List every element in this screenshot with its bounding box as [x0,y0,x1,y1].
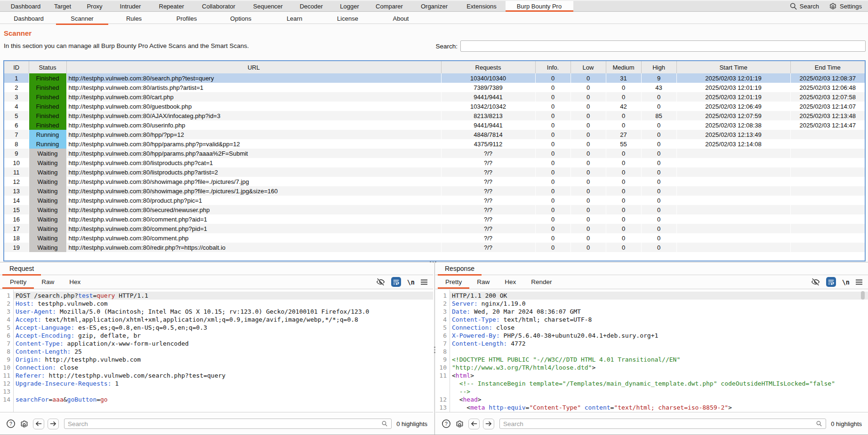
main-tab-sequencer[interactable]: Sequencer [245,1,292,11]
extension-tab-learn[interactable]: Learn [268,13,321,24]
column-header-id[interactable]: ID [4,61,29,73]
column-header-low[interactable]: Low [571,61,606,73]
extension-tab-rules[interactable]: Rules [108,13,160,24]
column-header-medium[interactable]: Medium [606,61,641,73]
column-header-start-time[interactable]: Start Time [676,61,790,73]
global-settings[interactable]: Settings [828,2,862,11]
cell-medium: 0 [606,196,641,205]
scan-row-2[interactable]: 2Finishedhttp://testphp.vulnweb.com:80/a… [4,83,865,92]
view-tab-pretty[interactable]: Pretty [2,275,34,289]
menu-icon[interactable] [421,279,427,285]
scan-row-4[interactable]: 4Finishedhttp://testphp.vulnweb.com:80/g… [4,102,865,111]
scan-row-12[interactable]: 12Waitinghttp://testphp.vulnweb.com:80/s… [4,177,865,186]
main-tab-target[interactable]: Target [47,1,79,11]
extension-tab-license[interactable]: License [321,13,374,24]
scan-row-9[interactable]: 9Waitinghttp://testphp.vulnweb.com:80/hp… [4,149,865,158]
extension-tab-profiles[interactable]: Profiles [160,13,214,24]
column-header-requests[interactable]: Requests [441,61,535,73]
newline-icon[interactable]: \n [842,278,850,286]
column-header-end-time[interactable]: End Time [790,61,865,73]
hide-icon[interactable] [376,277,385,286]
main-tab-proxy[interactable]: Proxy [79,1,111,11]
find-prev-button[interactable] [468,419,480,429]
extension-tab-about[interactable]: About [374,13,427,24]
find-search-input[interactable] [499,419,826,429]
table-search-input[interactable] [460,40,866,52]
code-line: --> [435,388,868,395]
find-search-input[interactable] [64,419,392,429]
scan-row-16[interactable]: 16Waitinghttp://testphp.vulnweb.com:80/c… [4,214,865,224]
cell-end [790,186,865,196]
main-tab-decoder[interactable]: Decoder [291,1,331,11]
scan-row-3[interactable]: 3Finishedhttp://testphp.vulnweb.com:80/c… [4,92,865,102]
scan-row-14[interactable]: 14Waitinghttp://testphp.vulnweb.com:80/p… [4,196,865,205]
scan-table-body: 1Finishedhttp://testphp.vulnweb.com:80/s… [4,73,865,252]
extension-tab-dashboard[interactable]: Dashboard [1,13,56,24]
extension-tab-scanner[interactable]: Scanner [56,13,108,24]
panel-title-tab[interactable]: Request [2,262,41,275]
main-tab-extensions[interactable]: Extensions [458,1,506,11]
newline-icon[interactable]: \n [407,278,415,286]
find-next-button[interactable] [483,419,494,429]
hide-icon[interactable] [811,277,820,286]
wrap-lines-icon[interactable] [391,277,401,287]
global-search-label: Search [800,3,819,10]
panel-title-tab[interactable]: Response [438,262,482,275]
scan-row-15[interactable]: 15Waitinghttp://testphp.vulnweb.com:80/s… [4,205,865,214]
scan-row-11[interactable]: 11Waitinghttp://testphp.vulnweb.com:80/l… [4,167,865,177]
view-tab-raw[interactable]: Raw [469,275,497,289]
message-editor[interactable]: 1POST /search.php?test=query HTTP/1.12Ho… [0,290,433,412]
global-search[interactable]: Search [789,2,819,10]
column-header-info[interactable]: Info. [535,61,571,73]
view-tab-pretty[interactable]: Pretty [438,275,469,289]
main-tab-dashboard[interactable]: Dashboard [5,1,47,11]
cell-medium: 0 [606,111,641,120]
scan-row-8[interactable]: 8Runninghttp://testphp.vulnweb.com:80/hp… [4,139,865,149]
scan-row-7[interactable]: 7Runninghttp://testphp.vulnweb.com:80/hp… [4,130,865,139]
scan-row-10[interactable]: 10Waitinghttp://testphp.vulnweb.com:80/l… [4,158,865,167]
cell-start: 2025/02/03 12:14:08 [676,139,790,149]
scrollbar-thumb[interactable] [861,291,865,300]
cell-url: http://testphp.vulnweb.com:80/showimage.… [66,186,441,196]
find-next-button[interactable] [48,419,59,429]
scan-row-6[interactable]: 6Finishedhttp://testphp.vulnweb.com:80/u… [4,120,865,130]
menu-icon[interactable] [856,279,862,285]
column-header-high[interactable]: High [641,61,676,73]
code-line: 7Content-Type: application/x-www-form-ur… [0,340,433,348]
main-tab-logger[interactable]: Logger [331,1,368,11]
cell-requests: 9441/9441 [441,120,535,130]
cell-low: 0 [571,214,606,224]
help-icon[interactable]: ? [6,419,16,428]
main-tab-collaborator[interactable]: Collaborator [193,1,245,11]
help-icon[interactable]: ? [442,419,451,428]
view-tab-hex[interactable]: Hex [497,275,523,289]
main-tab-organizer[interactable]: Organizer [411,1,458,11]
find-settings-gear-icon[interactable] [455,419,465,429]
extension-tab-options[interactable]: Options [214,13,268,24]
view-tab-render[interactable]: Render [523,275,559,289]
wrap-lines-icon[interactable] [826,277,836,287]
main-tab-repeater[interactable]: Repeater [150,1,193,11]
view-tab-hex[interactable]: Hex [62,275,88,289]
scan-row-13[interactable]: 13Waitinghttp://testphp.vulnweb.com:80/s… [4,186,865,196]
scan-row-17[interactable]: 17Waitinghttp://testphp.vulnweb.com:80/c… [4,224,865,233]
response-panel: Response PrettyRawHexRender [435,262,868,435]
scan-row-18[interactable]: 18Waitinghttp://testphp.vulnweb.com:80/c… [4,233,865,243]
find-prev-button[interactable] [33,419,44,429]
main-tab-intruder[interactable]: Intruder [111,1,150,11]
cell-requests: 10342/10342 [441,102,535,111]
scan-row-19[interactable]: 19Waitinghttp://testphp.vulnweb.com:80/r… [4,243,865,252]
message-editor[interactable]: 1HTTP/1.1 200 OK2Server: nginx/1.19.03Da… [435,290,868,412]
scan-row-1[interactable]: 1Finishedhttp://testphp.vulnweb.com:80/s… [4,73,865,83]
page-title: Scanner [4,29,32,37]
view-tab-raw[interactable]: Raw [34,275,62,289]
main-tab-comparer[interactable]: Comparer [368,1,411,11]
find-settings-gear-icon[interactable] [19,419,29,429]
cell-low: 0 [571,120,606,130]
code-line: <!-- InstanceBegin template="/Templates/… [435,380,868,388]
cell-high: 0 [641,196,676,205]
column-header-url[interactable]: URL [66,61,441,73]
main-tab-burp-bounty-pro[interactable]: Burp Bounty Pro [506,1,573,11]
column-header-status[interactable]: Status [29,61,66,73]
scan-row-5[interactable]: 5Finishedhttp://testphp.vulnweb.com:80/A… [4,111,865,120]
